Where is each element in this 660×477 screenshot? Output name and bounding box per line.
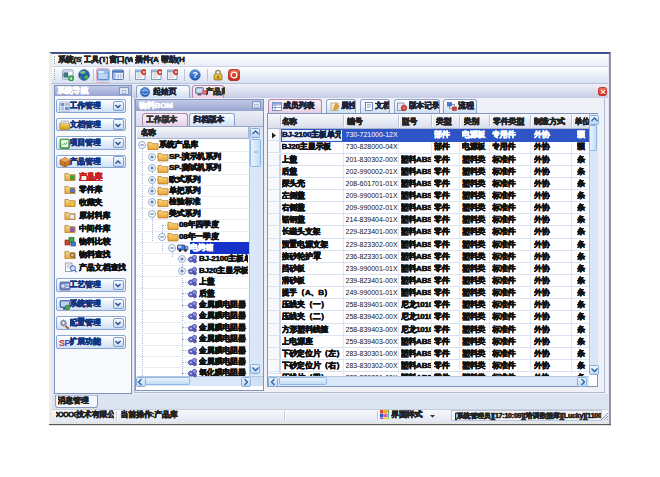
svg-text:P: P [64, 338, 70, 348]
svg-text:?: ? [192, 70, 197, 80]
